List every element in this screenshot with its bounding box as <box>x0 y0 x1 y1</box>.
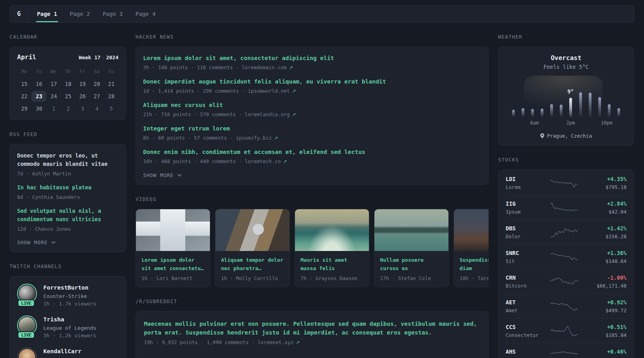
hour-label: 10pm <box>601 120 613 126</box>
video-thumbnail[interactable] <box>454 209 489 251</box>
hn-item-title[interactable]: Donec imperdiet augue tincidunt felis al… <box>143 78 481 86</box>
stock-row[interactable]: LDILorem +4.35%$795.18 <box>506 171 627 195</box>
middle-column: HACKER NEWS Lorem ipsum dolor sit amet, … <box>136 34 489 358</box>
video-title[interactable]: Mauris sit amet massa felis <box>301 256 363 272</box>
rss-section-title: RSS FEED <box>10 131 126 137</box>
stock-name: Bitcorn <box>506 282 543 289</box>
app-logo[interactable]: G <box>16 6 27 22</box>
weather-bar <box>589 93 592 117</box>
subreddit-section-title: /R/SUBREDDIT <box>136 298 489 304</box>
stock-row[interactable]: SNRCSit +1.36%$148.64 <box>506 244 627 269</box>
hn-show-more-button[interactable]: SHOW MORE <box>143 171 481 178</box>
video-card[interactable]: Aliquam tempor dolor nec pharetra… 1h · … <box>215 209 290 287</box>
tab-page-4[interactable]: Page 4 <box>135 6 157 22</box>
stock-ticker: AHS <box>506 348 543 356</box>
rss-show-more-button[interactable]: SHOW MORE <box>17 239 118 245</box>
stock-change: +0.92% <box>585 299 627 306</box>
channel-name: Trisha <box>43 315 96 323</box>
video-thumbnail[interactable] <box>215 209 289 251</box>
calendar-day: 2 <box>61 103 75 114</box>
live-badge: LIVE <box>17 300 35 307</box>
video-title[interactable]: Lorem ipsum dolor sit amet consectetu… <box>142 256 204 272</box>
hn-item-title[interactable]: Aliquam nec cursus elit <box>143 101 481 109</box>
weather-bar <box>522 108 524 117</box>
tab-page-1[interactable]: Page 1 <box>36 6 58 22</box>
rss-item-title[interactable]: In hac habitasse platea <box>17 183 118 192</box>
stock-row[interactable]: CRNBitcorn -1.00%$66,171.48 <box>506 269 627 294</box>
external-link-icon: ↗ <box>289 65 293 70</box>
stock-price: $156.28 <box>585 233 627 240</box>
hn-item-title[interactable]: Donec enim nibh, condimentum et accumsan… <box>143 148 481 156</box>
video-card[interactable]: Mauris sit amet massa felis 7h · Grayson… <box>295 209 369 287</box>
avatar: LIVE <box>17 315 37 335</box>
stock-name: Lorem <box>506 184 543 191</box>
stock-price: $165.84 <box>585 332 627 339</box>
stock-price: $499.72 <box>585 307 627 314</box>
weather-location: Prague, Czechia <box>506 133 627 139</box>
hn-section-title: HACKER NEWS <box>136 34 489 40</box>
stock-price: $148.64 <box>585 258 627 265</box>
stock-ticker: LDI <box>506 175 543 183</box>
tab-page-2[interactable]: Page 2 <box>69 6 91 22</box>
rss-item: Donec tempor eros leo, ut commodo mauris… <box>17 152 118 177</box>
tab-page-3[interactable]: Page 3 <box>102 6 124 22</box>
video-thumbnail[interactable] <box>374 209 448 251</box>
stock-name: Consectetur <box>506 332 543 339</box>
stock-ticker: CCS <box>506 323 543 331</box>
video-thumbnail[interactable] <box>295 209 369 251</box>
stock-change: -1.00% <box>585 274 627 282</box>
video-title[interactable]: Nullam posuere cursus ex <box>380 256 443 272</box>
weekday-label: Fr <box>75 67 89 76</box>
stock-row[interactable]: CCSConsectetur +0.51%$165.84 <box>506 318 627 343</box>
sparkline <box>549 325 579 337</box>
channel-viewers: 1h · 1.7k viewers <box>43 300 96 307</box>
video-card[interactable]: Lorem ipsum dolor sit amet consectetu… 1… <box>136 209 210 287</box>
stock-change: +1.42% <box>585 225 627 232</box>
channel-name: ForrestBurton <box>43 284 96 292</box>
stock-row[interactable]: IIGIpsum +2.84%$42.04 <box>506 195 627 220</box>
weather-current-temp: 9° <box>567 88 574 95</box>
video-card[interactable]: Suspendisse diam 18h · Tara <box>454 209 489 287</box>
sparkline <box>549 177 579 189</box>
stock-change: +0.46% <box>585 348 627 356</box>
reddit-post-title[interactable]: Maecenas mollis pulvinar erat non posuer… <box>144 319 480 337</box>
hn-item: Donec enim nibh, condimentum et accumsan… <box>143 148 481 165</box>
stock-row[interactable]: AETAmet +0.92%$499.72 <box>506 294 627 318</box>
stock-row[interactable]: AHS +0.46% <box>506 343 627 358</box>
weekday-label: We <box>46 67 60 76</box>
videos-widget: VIDEOS Lorem ipsum dolor sit amet consec… <box>136 196 489 287</box>
rss-item: Sed volutpat nulla nisl, a condimentum n… <box>17 207 118 232</box>
hn-item-title[interactable]: Lorem ipsum dolor sit amet, consectetur … <box>143 54 481 62</box>
video-title[interactable]: Aliquam tempor dolor nec pharetra… <box>221 256 284 272</box>
stock-name: Ipsum <box>506 208 543 215</box>
subreddit-widget: /R/SUBREDDIT Maecenas mollis pulvinar er… <box>136 298 489 358</box>
hn-item-title[interactable]: Integer eget rutrum lorem <box>143 125 481 132</box>
location-pin-icon <box>540 133 544 138</box>
twitch-card: LIVE ForrestBurton Counter-Strike 1h · 1… <box>10 276 126 358</box>
stock-price: $795.18 <box>585 184 627 191</box>
external-link-icon: ↗ <box>274 135 278 141</box>
twitch-channel[interactable]: LIVE KendallCarr <box>17 347 118 358</box>
stock-name: Dolor <box>506 233 543 240</box>
twitch-channel[interactable]: LIVE ForrestBurton Counter-Strike 1h · 1… <box>17 284 118 307</box>
stock-ticker: CRN <box>506 274 543 282</box>
stock-ticker: SNRC <box>506 249 543 257</box>
calendar-day: 20 <box>90 78 104 90</box>
stock-change: +1.36% <box>585 249 627 257</box>
weekday-label: Mo <box>17 67 31 76</box>
calendar-day: 19 <box>76 78 90 90</box>
stock-row[interactable]: DBSDolor +1.42%$156.28 <box>506 220 627 244</box>
rss-item-title[interactable]: Sed volutpat nulla nisl, a condimentum n… <box>17 207 118 224</box>
stock-price <box>585 356 627 358</box>
rss-item-meta: 12d · Chance Jones <box>17 226 118 232</box>
rss-item-title[interactable]: Donec tempor eros leo, ut commodo mauris… <box>17 152 118 168</box>
hn-card: Lorem ipsum dolor sit amet, consectetur … <box>136 47 489 185</box>
video-title[interactable]: Suspendisse diam <box>460 256 489 272</box>
twitch-widget: TWITCH CHANNELS LIVE ForrestBurton Count… <box>10 263 126 358</box>
video-card[interactable]: Nullam posuere cursus ex 17h · Stefan Co… <box>374 209 449 287</box>
calendar-week-info: Week 17·2024 <box>79 54 118 60</box>
video-thumbnail[interactable] <box>136 209 210 251</box>
twitch-channel[interactable]: LIVE Trisha League of Legends 3h · 1.2k … <box>17 315 118 339</box>
right-column: WEATHER Overcast Feels like 5°C 9° 6am2p… <box>498 34 634 358</box>
chevron-down-icon <box>51 241 56 244</box>
